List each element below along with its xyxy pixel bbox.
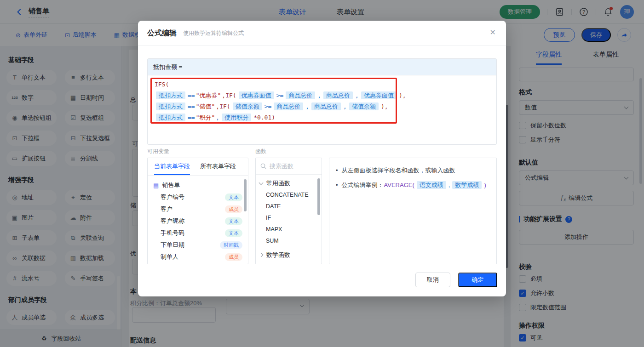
cancel-button[interactable]: 取消: [415, 273, 450, 287]
formula-line: IFS(: [154, 79, 490, 90]
field-chip[interactable]: 抵扣方式: [156, 114, 185, 121]
confirm-button[interactable]: 确定: [458, 273, 497, 287]
formula-token: ,: [355, 92, 359, 99]
formula-token: ,IF(: [216, 103, 230, 110]
field-chip[interactable]: 商品总价: [274, 102, 303, 110]
function-label: SUM: [266, 238, 279, 244]
field-chip[interactable]: 商品总价: [311, 102, 341, 110]
formula-token: ),: [399, 92, 406, 99]
search-icon: [260, 163, 266, 169]
formula-token: "积分": [196, 114, 215, 121]
tab-all-form-fields[interactable]: 所有表单字段: [200, 158, 236, 175]
variable-row[interactable]: 客户编号文本: [148, 191, 248, 203]
function-item[interactable]: 数学函数: [256, 249, 322, 261]
function-label: DATE: [266, 203, 281, 210]
formula-line: 抵扣方式=="优惠券",IF(优惠券面值>=商品总价,商品总价,优惠券面值),: [154, 90, 490, 101]
field-chip[interactable]: 使用积分: [222, 114, 251, 121]
variable-name: 下单日期: [161, 241, 220, 249]
form-tree-root[interactable]: ▤ 销售单: [148, 179, 248, 191]
formula-line: 抵扣方式=="储值",IF(储值余额>=商品总价,商品总价,储值余额),: [154, 101, 490, 112]
formula-token: "储值": [196, 103, 215, 110]
formula-token: IFS(: [155, 81, 169, 88]
field-chip[interactable]: 储值余额: [233, 102, 262, 110]
field-type-badge: 时间戳: [220, 241, 242, 249]
field-type-badge: 成员: [225, 205, 242, 213]
chevron-right-icon: [259, 253, 264, 257]
function-item[interactable]: 文本函数: [256, 263, 322, 264]
variables-panel: 当前表单字段 所有表单字段 ▤ 销售单 客户编号文本客户成员客户昵称文本手机号码…: [147, 158, 248, 264]
form-doc-icon: ▤: [153, 182, 159, 189]
chevron-down-icon: [259, 180, 264, 185]
variable-row[interactable]: 制单人成员: [148, 251, 248, 263]
form-name: 销售单: [162, 181, 180, 189]
variable-row[interactable]: 下单日期时间戳: [148, 239, 248, 251]
formula-token: ,: [317, 92, 321, 99]
modal-subtitle: 使用数学运算符编辑公式: [183, 29, 244, 37]
variable-row[interactable]: 客户昵称文本: [148, 215, 248, 227]
variables-scrollbar[interactable]: [244, 179, 247, 211]
function-item[interactable]: CONCATENATE: [256, 189, 322, 200]
formula-help-panel: •从左侧面板选择字段名和函数，或输入函数 • 公式编辑举例：AVERAGE(语文…: [329, 158, 497, 264]
variable-name: 客户昵称: [161, 217, 225, 225]
formula-token: ): [484, 182, 486, 188]
field-chip[interactable]: 商品总价: [323, 91, 353, 99]
search-placeholder: 搜索函数: [270, 162, 293, 171]
field-type-badge: 文本: [225, 217, 242, 225]
formula-token: >=: [264, 103, 272, 110]
field-chip: 数学成绩: [452, 181, 482, 189]
field-type-badge: 文本: [225, 193, 242, 201]
function-label: 常用函数: [266, 179, 290, 188]
formula-line: 抵扣方式=="积分",使用积分*0.01): [154, 112, 490, 123]
field-chip[interactable]: 抵扣方式: [156, 102, 185, 110]
function-item[interactable]: MAPX: [256, 223, 322, 235]
function-label: IF: [266, 215, 271, 221]
formula-token: ==: [188, 103, 195, 110]
formula-edit-modal: 公式编辑 使用数学运算符编辑公式 ✕ 抵扣金额 = IFS(抵扣方式=="优惠券…: [138, 21, 506, 296]
formula-token: ),: [381, 103, 388, 110]
close-icon[interactable]: ✕: [490, 29, 496, 36]
tab-current-form-fields[interactable]: 当前表单字段: [154, 158, 190, 175]
field-type-badge: 文本: [225, 229, 242, 237]
bullet: •: [336, 180, 338, 190]
formula-token: ,: [448, 182, 450, 188]
field-chip[interactable]: 抵扣方式: [156, 91, 185, 99]
functions-label: 函数: [255, 148, 266, 155]
function-item[interactable]: 常用函数: [256, 177, 322, 189]
formula-editor-box: 抵扣金额 = IFS(抵扣方式=="优惠券",IF(优惠券面值>=商品总价,商品…: [147, 58, 497, 145]
variable-row[interactable]: 客户成员: [148, 203, 248, 215]
formula-token: ,: [305, 103, 309, 110]
functions-scrollbar[interactable]: [317, 178, 320, 215]
function-item[interactable]: IF: [256, 212, 322, 223]
function-item[interactable]: DATE: [256, 200, 322, 212]
formula-token: ==: [188, 114, 195, 121]
variable-name: 制单人: [161, 253, 225, 261]
bullet: •: [336, 165, 338, 176]
formula-token: "优惠券": [196, 92, 221, 99]
field-chip[interactable]: 优惠券面值: [239, 91, 274, 99]
formula-editor[interactable]: IFS(抵扣方式=="优惠券",IF(优惠券面值>=商品总价,商品总价,优惠券面…: [148, 75, 496, 127]
function-search-input[interactable]: 搜索函数: [256, 158, 322, 175]
formula-token: >=: [276, 92, 284, 99]
formula-token: ,: [216, 114, 219, 121]
field-chip[interactable]: 商品总价: [286, 91, 315, 99]
variable-name: 手机号码: [161, 229, 225, 237]
function-item[interactable]: SUM: [256, 235, 322, 246]
functions-panel: 搜索函数 常用函数CONCATENATEDATEIFMAPXSUM数学函数文本函…: [255, 158, 322, 264]
help-example: 公式编辑举例：AVERAGE(语文成绩,数学成绩): [342, 180, 487, 190]
formula-token: ,: [343, 103, 347, 110]
modal-title: 公式编辑: [147, 28, 177, 38]
field-chip[interactable]: 储值余额: [349, 102, 379, 110]
variables-label: 可用变量: [147, 148, 169, 155]
variable-name: 客户: [161, 205, 225, 213]
help-tip: 从左侧面板选择字段名和函数，或输入函数: [342, 165, 455, 176]
field-chip: 语文成绩: [417, 181, 446, 189]
variable-name: 客户编号: [161, 193, 225, 201]
field-chip[interactable]: 优惠券面值: [361, 91, 397, 99]
function-label: 数学函数: [266, 251, 290, 259]
function-label: CONCATENATE: [266, 192, 309, 198]
formula-token: AVERAGE(: [384, 182, 414, 188]
variable-row[interactable]: 手机号码文本: [148, 227, 248, 239]
function-label: MAPX: [266, 226, 282, 233]
formula-token: ==: [188, 92, 195, 99]
formula-target-field: 抵扣金额 =: [148, 59, 496, 75]
